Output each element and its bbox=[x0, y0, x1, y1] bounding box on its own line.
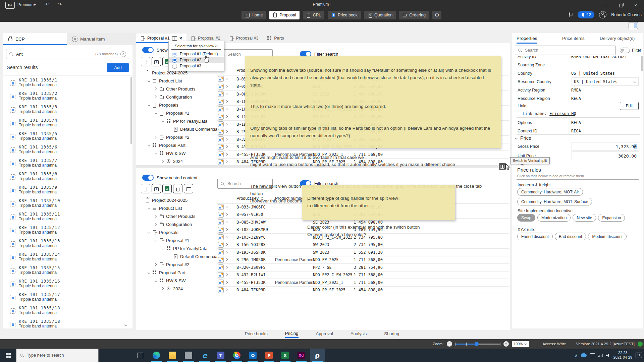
taskbar-app-button[interactable]: ρ bbox=[310, 349, 325, 362]
show-nested-toggle[interactable] bbox=[142, 175, 154, 181]
tree-item[interactable]: Proposal #2 bbox=[137, 260, 217, 268]
clock[interactable]: 22:28 2021-04-29 bbox=[613, 351, 632, 360]
footer-tab[interactable]: Sharing bbox=[384, 331, 399, 338]
result-item[interactable]: KRE 101 1335/17 Tripple band antenna bbox=[3, 291, 130, 304]
expand-chevron-icon[interactable] bbox=[226, 85, 229, 88]
user-avatar[interactable] bbox=[599, 11, 606, 18]
expand-chevron-icon[interactable] bbox=[226, 145, 229, 148]
tray-chevron-icon[interactable]: ∧ bbox=[575, 353, 578, 358]
tag-pill[interactable]: Commodity: Hardware; MOT: Air bbox=[517, 188, 583, 196]
tab-proposal-3[interactable]: Proposal #3 bbox=[225, 34, 263, 43]
expand-chevron-icon[interactable] bbox=[226, 123, 229, 126]
tag-pill[interactable]: Modernization bbox=[537, 214, 571, 222]
table-row[interactable]: B-484-TEKP9D NDO_PP_SE_2025 1 454 898,00 bbox=[217, 287, 509, 294]
nav-quotation-button[interactable]: Quotation bbox=[364, 11, 396, 19]
network-icon[interactable] bbox=[598, 354, 603, 357]
tree-chevron-icon[interactable] bbox=[147, 79, 150, 82]
export-button[interactable] bbox=[141, 184, 150, 193]
result-item[interactable]: KRE 101 1335/3 Tripple band antenna bbox=[3, 103, 130, 117]
tree-item[interactable]: Proposal Part bbox=[137, 141, 217, 149]
dropdown-chevron-icon[interactable] bbox=[633, 80, 636, 83]
zoom-out-button[interactable]: − bbox=[447, 341, 452, 347]
footer-tab[interactable]: Approval bbox=[316, 331, 333, 338]
nav-home-button[interactable]: Home bbox=[241, 11, 266, 19]
result-item[interactable]: KRE 101 1335/11 Tripple band antenna bbox=[3, 210, 130, 224]
result-item[interactable]: KRE 101 1335/4 Tripple band antenna bbox=[3, 117, 130, 130]
properties-filter-toggle[interactable] bbox=[620, 48, 630, 53]
tree-item[interactable]: 2024 bbox=[137, 157, 217, 165]
show-nested-toggle[interactable] bbox=[142, 47, 154, 53]
result-item[interactable]: KRE 101 1335/18 Tripple band antenna bbox=[3, 318, 130, 328]
zoom-percent-select[interactable]: 100% bbox=[512, 341, 529, 347]
unit-price-input[interactable]: 3020,00 bbox=[572, 152, 639, 160]
taskbar-app-button[interactable]: Xd bbox=[294, 349, 309, 362]
radio-icon[interactable] bbox=[172, 52, 177, 57]
zoom-slider[interactable] bbox=[455, 342, 500, 346]
new-folder-button[interactable] bbox=[152, 184, 161, 193]
collapse-chevron-icon[interactable] bbox=[215, 45, 218, 48]
expand-chevron-icon[interactable] bbox=[226, 100, 229, 103]
volume-icon[interactable] bbox=[606, 354, 610, 357]
expand-chevron-icon[interactable] bbox=[226, 130, 229, 133]
tree-chevron-icon[interactable] bbox=[161, 247, 164, 250]
expand-chevron-icon[interactable] bbox=[226, 243, 229, 246]
tree-chevron-icon[interactable] bbox=[161, 160, 164, 163]
tree-item[interactable]: HW & SW bbox=[137, 277, 217, 285]
footer-tab[interactable]: Price books bbox=[245, 331, 268, 338]
tab-properties[interactable]: Properties bbox=[517, 33, 537, 44]
tree-item[interactable]: Proposal #1 bbox=[137, 109, 217, 117]
add-button[interactable]: Add bbox=[107, 63, 129, 72]
tree-chevron-icon[interactable] bbox=[154, 239, 157, 242]
table-row[interactable]: B-296-TM050B Performance Partnersh NDO_P… bbox=[217, 256, 509, 264]
tree-chevron-icon[interactable] bbox=[154, 215, 157, 218]
close-button[interactable]: × bbox=[631, 3, 641, 8]
tree-chevron-icon[interactable] bbox=[161, 120, 164, 123]
tree-chevron-icon[interactable] bbox=[154, 87, 157, 90]
tree-item[interactable]: 2024 bbox=[137, 285, 217, 293]
taskbar-app-button[interactable] bbox=[229, 349, 244, 362]
tree-item[interactable]: HW & SW bbox=[137, 149, 217, 157]
new-folder-button[interactable] bbox=[152, 57, 161, 66]
start-button[interactable] bbox=[0, 349, 16, 362]
taskbar-app-button[interactable]: X bbox=[278, 349, 292, 362]
taskbar-app-button[interactable]: e bbox=[197, 349, 212, 362]
expand-chevron-icon[interactable] bbox=[226, 93, 229, 96]
taskbar-app-button[interactable] bbox=[149, 349, 164, 362]
table-row[interactable]: B-320-JS09FS PP2 - SE 3 281 754,96 bbox=[217, 264, 509, 272]
result-item[interactable]: KRE 101 1335/6 Tripple band antenna bbox=[3, 143, 130, 157]
rename-button[interactable] bbox=[184, 184, 193, 193]
tree-chevron-icon[interactable] bbox=[154, 263, 157, 266]
gross-price-input[interactable]: 1,323.90 bbox=[572, 142, 639, 151]
expand-chevron-icon[interactable] bbox=[226, 213, 229, 216]
nav-ordering-button[interactable]: Ordering bbox=[399, 11, 429, 19]
expand-chevron-icon[interactable] bbox=[226, 258, 229, 261]
zoom-in-button[interactable]: + bbox=[503, 341, 509, 347]
expand-chevron-icon[interactable] bbox=[226, 138, 229, 141]
clear-search-icon[interactable]: × bbox=[120, 51, 126, 57]
tree-item[interactable]: Project 2024-2025 bbox=[137, 196, 217, 204]
tree-item[interactable]: Configuration bbox=[137, 93, 217, 101]
tag-pill[interactable]: New site bbox=[573, 214, 596, 222]
tree-chevron-icon[interactable] bbox=[147, 144, 150, 147]
edit-links-button[interactable]: Edit bbox=[620, 102, 639, 110]
result-item[interactable]: KRE 101 1335/8 Tripple band antenna bbox=[3, 170, 130, 184]
expand-chevron-icon[interactable] bbox=[226, 161, 229, 164]
scroll-more-chevron-icon[interactable] bbox=[124, 322, 127, 327]
tree-chevron-icon[interactable] bbox=[154, 96, 157, 99]
tag-pill[interactable]: Friend discount bbox=[517, 233, 553, 240]
tree-chevron-icon[interactable] bbox=[154, 279, 157, 282]
tree-item[interactable]: Product List bbox=[137, 77, 217, 85]
expand-chevron-icon[interactable] bbox=[226, 221, 229, 224]
tree-item[interactable]: PP for YearlyData bbox=[137, 117, 217, 125]
tab-delivery-objects[interactable]: Delivery object(s) bbox=[600, 33, 635, 44]
expand-chevron-icon[interactable] bbox=[226, 266, 229, 269]
split-menu-option[interactable]: Proposal #2 bbox=[169, 57, 224, 63]
tree-chevron-icon[interactable] bbox=[147, 231, 150, 234]
split-menu-option[interactable]: Proposal #1 (Default) bbox=[169, 51, 224, 57]
result-item[interactable]: KRE 101 1335/18 Tripple band antenna bbox=[3, 304, 130, 318]
result-item[interactable]: KRE 101 1335/9 Tripple band antenna bbox=[3, 184, 130, 197]
expand-chevron-icon[interactable] bbox=[226, 153, 229, 156]
left-scrollbar[interactable] bbox=[130, 77, 132, 144]
nav-pricebook-button[interactable]: Price book bbox=[328, 11, 361, 19]
delete-button[interactable] bbox=[173, 184, 182, 193]
